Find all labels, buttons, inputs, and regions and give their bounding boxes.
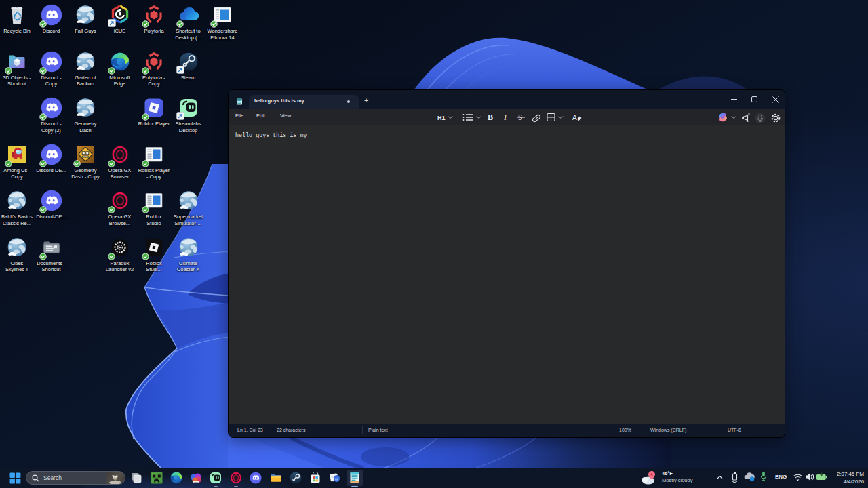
svg-text:B: B bbox=[488, 113, 493, 122]
svg-text:A: A bbox=[572, 114, 577, 121]
svg-text:I: I bbox=[503, 113, 507, 122]
svg-text:H1: H1 bbox=[437, 115, 446, 121]
svg-text:PBSR: PBSR bbox=[194, 481, 199, 483]
